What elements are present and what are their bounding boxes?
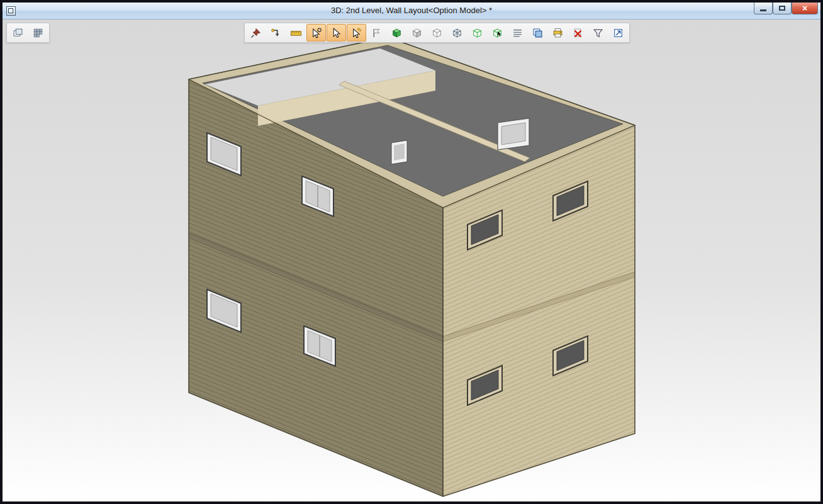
3d-scene[interactable]: [3, 20, 820, 501]
cursor-icon: [331, 28, 342, 38]
pin-corner-icon: [271, 28, 281, 38]
window-layout-toolbar: [6, 23, 50, 43]
filter-button[interactable]: [588, 24, 608, 42]
minimize-icon: [760, 9, 766, 11]
close-button[interactable]: ×: [792, 3, 818, 14]
tile-windows-button[interactable]: [28, 24, 48, 42]
app-icon[interactable]: [6, 6, 16, 16]
cursor-edit-icon: [351, 28, 362, 38]
window-controls: ×: [754, 3, 820, 19]
export-icon: [613, 28, 624, 38]
markup-flag-button[interactable]: [367, 24, 386, 42]
pin-icon: [250, 28, 261, 38]
interior-window-small-glass: [394, 143, 405, 160]
cube-wire-icon: [452, 28, 462, 38]
client-area: [3, 20, 820, 501]
maximize-button[interactable]: [773, 3, 792, 14]
cascade-icon: [13, 28, 23, 38]
select-button[interactable]: [327, 24, 346, 42]
pin-position-button[interactable]: [266, 24, 286, 42]
select-3d-button[interactable]: [488, 24, 507, 42]
cascade-windows-button[interactable]: [8, 24, 28, 42]
pin-view-button[interactable]: [246, 24, 266, 42]
view-solid-button[interactable]: [387, 24, 406, 42]
app-window: 3D: 2nd Level, Wall Layout<Option Model>…: [0, 0, 823, 504]
view-outline-button[interactable]: [467, 24, 487, 42]
interior-window-large-glass: [501, 123, 525, 145]
delete-icon: [573, 28, 583, 38]
flag-icon: [371, 28, 382, 38]
main-toolbar: [244, 23, 630, 43]
tile-icon: [33, 28, 43, 38]
tape-measure-button[interactable]: [286, 24, 306, 42]
cursor-circle-icon: [311, 28, 322, 38]
select-circle-button[interactable]: [306, 24, 326, 42]
cube-shaded-icon: [412, 28, 422, 38]
close-icon: ×: [802, 3, 807, 13]
cube-green-icon: [391, 28, 402, 38]
funnel-icon: [593, 28, 603, 38]
minimize-button[interactable]: [754, 3, 773, 14]
view-hidden-line-button[interactable]: [427, 24, 447, 42]
printer-icon: [552, 28, 563, 38]
cube-outline-icon: [472, 28, 483, 38]
export-view-button[interactable]: [608, 24, 628, 42]
layers-button[interactable]: [528, 24, 547, 42]
report-list-button[interactable]: [508, 24, 527, 42]
view-shaded-button[interactable]: [407, 24, 427, 42]
print-button[interactable]: [548, 24, 568, 42]
cube-cursor-icon: [492, 28, 503, 38]
select-edit-button[interactable]: [347, 24, 366, 42]
layers-icon: [532, 28, 543, 38]
list-icon: [512, 28, 523, 38]
titlebar[interactable]: 3D: 2nd Level, Wall Layout<Option Model>…: [3, 3, 820, 20]
maximize-icon: [779, 6, 785, 11]
cube-hidden-icon: [432, 28, 442, 38]
window-title: 3D: 2nd Level, Wall Layout<Option Model>…: [3, 6, 820, 15]
view-wireframe-button[interactable]: [447, 24, 467, 42]
delete-button[interactable]: [568, 24, 588, 42]
ruler-icon: [291, 28, 301, 38]
